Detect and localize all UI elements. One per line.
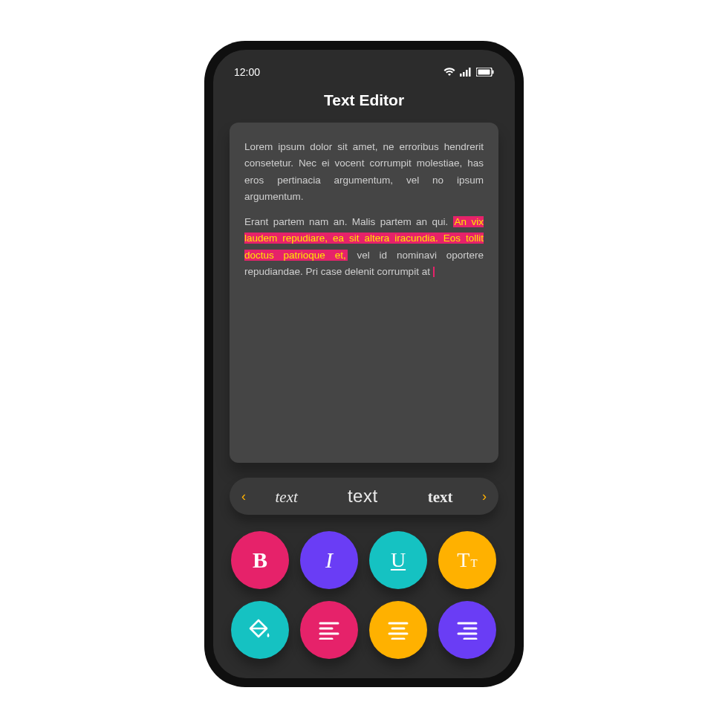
svg-rect-1: [463, 72, 465, 77]
italic-icon: I: [325, 547, 333, 573]
svg-rect-6: [493, 71, 494, 74]
editor-paragraph: Erant partem nam an. Malis partem an qui…: [244, 214, 484, 280]
align-left-button[interactable]: [300, 601, 358, 659]
align-center-icon: [387, 620, 409, 640]
editor-textarea[interactable]: Lorem ipsum dolor sit amet, ne erroribus…: [230, 123, 498, 463]
chevron-right-icon[interactable]: ›: [478, 489, 491, 504]
align-left-icon: [318, 620, 340, 640]
svg-rect-5: [478, 70, 490, 75]
status-icons: [443, 68, 494, 77]
font-option-sans[interactable]: text: [348, 486, 378, 507]
editor-paragraph: Lorem ipsum dolor sit amet, ne erroribus…: [244, 139, 484, 205]
italic-button[interactable]: I: [300, 531, 358, 589]
chevron-left-icon[interactable]: ‹: [237, 489, 250, 504]
phone-screen: 12:00 Text Editor Lorem ipsum dolor sit …: [213, 50, 515, 678]
text-cursor: [433, 267, 435, 277]
fill-color-button[interactable]: [231, 601, 289, 659]
font-option-script[interactable]: text: [428, 488, 453, 507]
underline-icon: U: [391, 548, 406, 572]
font-picker[interactable]: ‹ text text text ›: [230, 478, 498, 515]
text-size-icon: TT: [457, 548, 477, 572]
svg-rect-0: [460, 74, 462, 77]
font-options: text text text: [250, 486, 478, 507]
battery-icon: [476, 68, 494, 77]
status-bar: 12:00: [230, 63, 498, 85]
svg-rect-2: [466, 70, 468, 77]
signal-icon: [460, 68, 472, 77]
align-right-icon: [456, 620, 478, 640]
app-title: Text Editor: [230, 91, 498, 109]
text-size-button[interactable]: TT: [438, 531, 496, 589]
font-option-italic[interactable]: text: [276, 488, 298, 507]
align-center-button[interactable]: [369, 601, 427, 659]
wifi-icon: [443, 68, 455, 77]
status-time: 12:00: [234, 66, 260, 78]
tool-grid: B I U TT: [230, 530, 498, 665]
phone-frame: 12:00 Text Editor Lorem ipsum dolor sit …: [204, 41, 524, 687]
svg-rect-3: [469, 68, 471, 77]
editor-text: Erant partem nam an. Malis partem an qui…: [244, 216, 453, 227]
underline-button[interactable]: U: [369, 531, 427, 589]
align-right-button[interactable]: [438, 601, 496, 659]
bold-icon: B: [253, 547, 267, 573]
paint-bucket-icon: [247, 617, 273, 643]
bold-button[interactable]: B: [231, 531, 289, 589]
